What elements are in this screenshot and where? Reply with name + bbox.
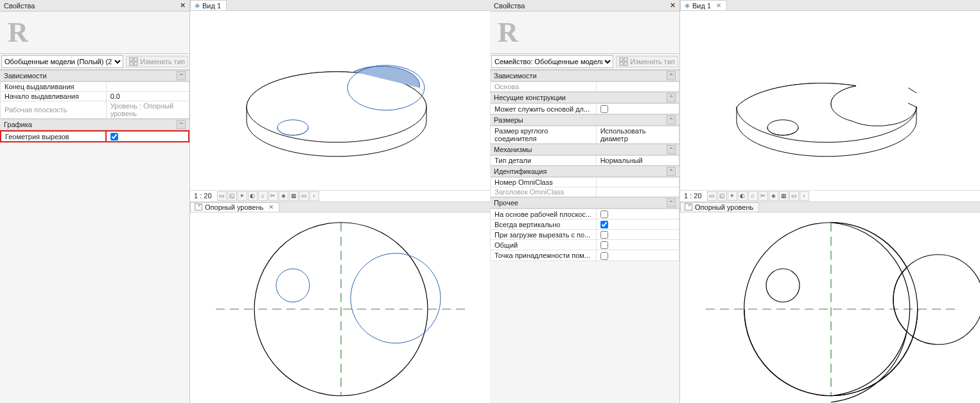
type-selector-row: Семейство: Обобщенные модели Изменить ти…: [490, 54, 679, 70]
host-checkbox[interactable]: [600, 105, 608, 113]
view-control-bar: ▭ ◱ ✶ ◐ ⌂ ✂ ◈ ▦ ▭ ‹: [217, 191, 319, 201]
vc-icon[interactable]: ▭: [217, 191, 227, 201]
vc-icon[interactable]: ▦: [289, 191, 299, 201]
table-row: Заголовок OmniClass: [491, 187, 679, 197]
cutout-geometry-checkbox[interactable]: [110, 133, 118, 141]
chevron-up-icon: ⌃: [667, 116, 676, 124]
vc-icon[interactable]: ◐: [738, 191, 748, 201]
right-3d-status: 1 : 20 ▭ ◱ ✶ ◐ ⌂ ✂ ◈ ▦ ▭ ‹: [680, 190, 980, 202]
edit-type-icon: [619, 57, 628, 66]
edit-type-button[interactable]: Изменить тип: [126, 56, 188, 67]
table-row: При загрузке вырезать с по...: [491, 230, 679, 240]
chevron-up-icon: ⌃: [667, 93, 676, 102]
vc-icon[interactable]: ▭: [299, 191, 309, 201]
table-row: Тип деталиНормальный: [491, 156, 679, 166]
vc-icon[interactable]: ▭: [789, 191, 799, 201]
cutout-geometry-row: Геометрия вырезов: [1, 131, 189, 142]
svg-rect-14: [624, 58, 627, 61]
vc-icon[interactable]: ⌂: [258, 191, 268, 201]
group-header-dependencies[interactable]: Зависимости ⌃: [0, 70, 189, 81]
group-header-mechanisms[interactable]: Механизмы⌃: [490, 144, 679, 155]
type-preview: R: [0, 12, 189, 54]
type-selector[interactable]: Обобщенные модели (Полый) (2): [1, 55, 123, 68]
chevron-up-icon: ⌃: [177, 71, 186, 80]
vc-icon[interactable]: ‹: [800, 191, 809, 201]
right-properties-panel: Свойства ✕ R Семейство: Обобщенные модел…: [490, 0, 680, 403]
left-plan-view[interactable]: Опорный уровень ✕: [190, 202, 490, 404]
svg-rect-3: [134, 62, 137, 65]
vc-icon[interactable]: ◐: [248, 191, 258, 201]
cb[interactable]: [600, 210, 608, 218]
vc-icon[interactable]: ✂: [758, 191, 768, 201]
right-views: ◈ Вид 1 ✕: [680, 0, 980, 403]
edit-type-button[interactable]: Изменить тип: [616, 56, 678, 67]
chevron-up-icon: ⌃: [667, 198, 676, 207]
right-plan-drawing: [680, 202, 980, 404]
cb[interactable]: [600, 241, 608, 249]
vc-icon[interactable]: ⌂: [748, 191, 758, 201]
props-blank-area: [490, 261, 679, 403]
vc-icon[interactable]: ✶: [728, 191, 737, 201]
deps-grid: Конец выдавливания Начало выдавливания0.…: [0, 81, 189, 119]
cb[interactable]: [600, 221, 608, 228]
svg-rect-1: [134, 58, 137, 61]
vc-icon[interactable]: ✂: [268, 191, 278, 201]
table-row: Рабочая плоскостьУровень : Опорный урове…: [1, 101, 189, 119]
table-row: Размер круглого соединителяИспользовать …: [491, 126, 679, 144]
chevron-up-icon: ⌃: [667, 167, 676, 176]
props-blank-area: [0, 142, 189, 403]
table-row: Общий: [491, 240, 679, 250]
vc-icon[interactable]: ✶: [238, 191, 247, 201]
group-header-dimensions[interactable]: Размеры⌃: [490, 114, 679, 126]
vc-icon[interactable]: ▦: [779, 191, 789, 201]
cb[interactable]: [600, 231, 608, 239]
svg-rect-2: [130, 62, 133, 65]
left-plan-drawing: [190, 202, 490, 404]
left-3d-view[interactable]: ◈ Вид 1 1 : 20: [190, 0, 490, 202]
graphics-grid: Геометрия вырезов: [0, 130, 189, 142]
right-properties-title: Свойства: [494, 2, 525, 10]
vc-icon[interactable]: ◈: [279, 191, 288, 201]
group-header-identification[interactable]: Идентификация⌃: [490, 166, 679, 177]
right-plan-view[interactable]: Опорный уровень: [680, 202, 980, 404]
right-3d-view[interactable]: ◈ Вид 1 ✕: [680, 0, 980, 202]
group-header-graphics[interactable]: Графика ⌃: [0, 119, 189, 130]
vc-icon[interactable]: ‹: [310, 191, 319, 201]
table-row: Конец выдавливания: [1, 82, 189, 92]
type-preview: R: [490, 12, 679, 54]
vc-icon[interactable]: ◱: [717, 191, 727, 201]
edit-type-icon: [129, 57, 138, 66]
table-row: Основа: [491, 82, 679, 92]
table-row: Точка принадлежности пом...: [491, 250, 679, 261]
svg-rect-16: [624, 62, 627, 65]
right-properties-title-bar: Свойства ✕: [490, 0, 679, 12]
type-selector[interactable]: Семейство: Обобщенные модели: [491, 55, 613, 68]
group-header-dependencies[interactable]: Зависимости⌃: [490, 70, 679, 81]
left-3d-status: 1 : 20 ▭ ◱ ✶ ◐ ⌂ ✂ ◈ ▦ ▭ ‹: [190, 190, 490, 202]
svg-rect-0: [130, 58, 133, 61]
left-properties-title: Свойства: [4, 2, 35, 10]
type-logo-icon: R: [494, 19, 518, 47]
chevron-up-icon: ⌃: [667, 71, 676, 80]
type-logo-icon: R: [4, 19, 28, 47]
close-icon[interactable]: ✕: [670, 1, 676, 10]
root: Свойства ✕ R Обобщенные модели (Полый) (…: [0, 0, 980, 403]
group-header-host[interactable]: Несущие конструкции⌃: [490, 92, 679, 103]
close-icon[interactable]: ✕: [180, 1, 186, 10]
scale-label[interactable]: 1 : 20: [194, 192, 212, 200]
cb[interactable]: [600, 252, 608, 260]
left-half: Свойства ✕ R Обобщенные модели (Полый) (…: [0, 0, 490, 403]
svg-rect-13: [620, 58, 623, 61]
table-row: Номер OmniClass: [491, 178, 679, 187]
scale-label[interactable]: 1 : 20: [684, 192, 702, 200]
group-header-other[interactable]: Прочее⌃: [490, 197, 679, 209]
left-properties-panel: Свойства ✕ R Обобщенные модели (Полый) (…: [0, 0, 190, 403]
vc-icon[interactable]: ▭: [707, 191, 717, 201]
right-half: Свойства ✕ R Семейство: Обобщенные модел…: [490, 0, 980, 403]
chevron-up-icon: ⌃: [667, 145, 676, 154]
vc-icon[interactable]: ◱: [227, 191, 237, 201]
left-3d-drawing: [190, 0, 490, 202]
vc-icon[interactable]: ◈: [769, 191, 778, 201]
chevron-up-icon: ⌃: [177, 120, 186, 129]
table-row: На основе рабочей плоскос...: [491, 209, 679, 219]
